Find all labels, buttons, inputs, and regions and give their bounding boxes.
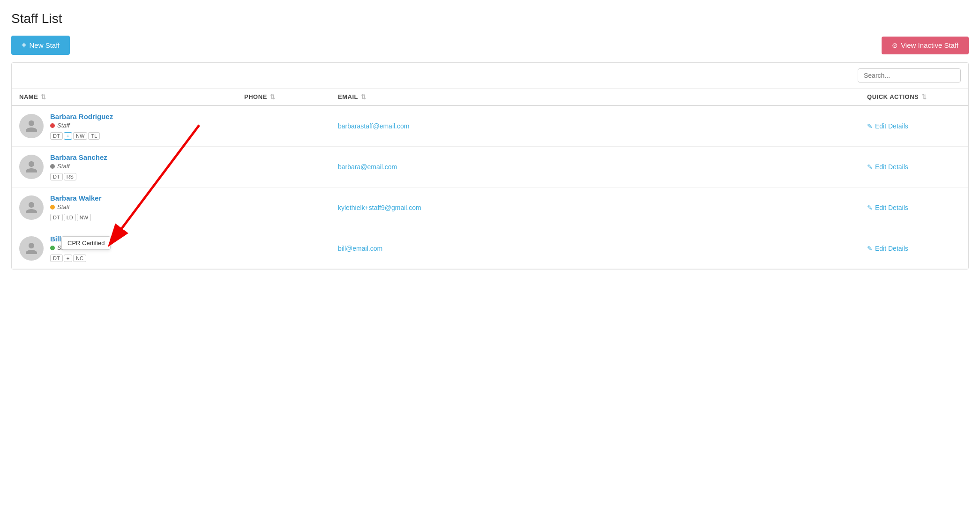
staff-table: NAME ⇅ PHONE ⇅ EMAIL ⇅ QUICK ACTIONS ⇅ B…	[11, 62, 969, 270]
tag[interactable]: NC	[73, 255, 86, 262]
name-cell: Barbara Walker Staff DT LD NW	[19, 194, 244, 221]
tag[interactable]: TL	[88, 132, 100, 140]
tags: CPR Certified DT + NC	[50, 255, 86, 262]
sort-icon-name[interactable]: ⇅	[41, 93, 46, 100]
email-link[interactable]: barbara@email.com	[338, 163, 397, 171]
avatar	[19, 236, 44, 261]
staff-role: Staff	[50, 122, 113, 129]
view-inactive-button[interactable]: ⊘ View Inactive Staff	[882, 37, 969, 54]
status-dot	[50, 205, 55, 210]
name-cell: Barbara Sanchez Staff DT RS	[19, 153, 244, 180]
tag-plus[interactable]: +	[64, 132, 72, 140]
col-header-phone: PHONE ⇅	[244, 93, 338, 100]
name-info: Barbara Sanchez Staff DT RS	[50, 153, 107, 180]
tag-plus[interactable]: +	[64, 255, 72, 262]
tooltip-cpr-certified: CPR Certified	[61, 236, 111, 250]
table-row: Barbara Walker Staff DT LD NW kylethielk…	[12, 187, 968, 228]
plus-icon: +	[22, 40, 27, 50]
staff-name[interactable]: Barbara Sanchez	[50, 153, 107, 161]
tag[interactable]: NW	[73, 132, 87, 140]
search-input[interactable]	[858, 68, 961, 82]
name-cell: Bill C... Staff CPR Certified DT + NC	[19, 235, 244, 262]
status-dot	[50, 164, 55, 169]
edit-details-button[interactable]: ✎ Edit Details	[867, 204, 961, 211]
name-info: Barbara Walker Staff DT LD NW	[50, 194, 102, 221]
name-info: Bill C... Staff CPR Certified DT + NC	[50, 235, 86, 262]
search-bar-row	[12, 63, 968, 89]
tag[interactable]: DT	[50, 214, 63, 221]
staff-role: Staff	[50, 163, 107, 170]
avatar	[19, 114, 44, 138]
toolbar: + New Staff ⊘ View Inactive Staff	[11, 36, 969, 55]
ban-icon: ⊘	[892, 41, 898, 50]
name-cell: Barbara Rodriguez Staff DT + NW TL	[19, 112, 244, 140]
edit-icon: ✎	[867, 122, 873, 130]
email-link[interactable]: kylethielk+staff9@gmail.com	[338, 204, 421, 211]
edit-icon: ✎	[867, 204, 873, 211]
tag[interactable]: DT	[50, 255, 63, 262]
tag[interactable]: DT	[50, 173, 63, 180]
page-title: Staff List	[11, 11, 969, 26]
email-link[interactable]: barbarastaff@email.com	[338, 122, 409, 130]
staff-email: barbarastaff@email.com	[338, 122, 867, 130]
staff-name[interactable]: Barbara Walker	[50, 194, 102, 202]
edit-details-button[interactable]: ✎ Edit Details	[867, 163, 961, 171]
avatar	[19, 155, 44, 179]
new-staff-button[interactable]: + New Staff	[11, 36, 70, 55]
col-header-name: NAME ⇅	[19, 93, 244, 100]
edit-details-button[interactable]: ✎ Edit Details	[867, 245, 961, 252]
col-header-email: EMAIL ⇅	[338, 93, 867, 100]
email-link[interactable]: bill@email.com	[338, 245, 382, 252]
staff-email: bill@email.com	[338, 245, 867, 252]
tags: DT RS	[50, 173, 107, 180]
tag[interactable]: RS	[64, 173, 76, 180]
name-info: Barbara Rodriguez Staff DT + NW TL	[50, 112, 113, 140]
col-header-actions: QUICK ACTIONS ⇅	[867, 93, 961, 100]
avatar	[19, 195, 44, 220]
tags: DT + NW TL	[50, 132, 113, 140]
edit-icon: ✎	[867, 163, 873, 171]
sort-icon-actions[interactable]: ⇅	[921, 93, 927, 100]
status-dot	[50, 123, 55, 128]
edit-details-button[interactable]: ✎ Edit Details	[867, 122, 961, 130]
table-row: Barbara Rodriguez Staff DT + NW TL barba…	[12, 106, 968, 147]
table-header: NAME ⇅ PHONE ⇅ EMAIL ⇅ QUICK ACTIONS ⇅	[12, 89, 968, 106]
status-dot	[50, 246, 55, 250]
staff-name[interactable]: Barbara Rodriguez	[50, 112, 113, 120]
edit-icon: ✎	[867, 245, 873, 252]
table-row: Bill C... Staff CPR Certified DT + NC bi…	[12, 228, 968, 269]
table-row: Barbara Sanchez Staff DT RS barbara@emai…	[12, 147, 968, 187]
sort-icon-phone[interactable]: ⇅	[270, 93, 276, 100]
sort-icon-email[interactable]: ⇅	[361, 93, 367, 100]
staff-role: Staff	[50, 203, 102, 210]
tag[interactable]: LD	[64, 214, 76, 221]
tag[interactable]: NW	[77, 214, 91, 221]
staff-email: kylethielk+staff9@gmail.com	[338, 204, 867, 211]
staff-email: barbara@email.com	[338, 163, 867, 171]
tags: DT LD NW	[50, 214, 102, 221]
tag[interactable]: DT	[50, 132, 63, 140]
